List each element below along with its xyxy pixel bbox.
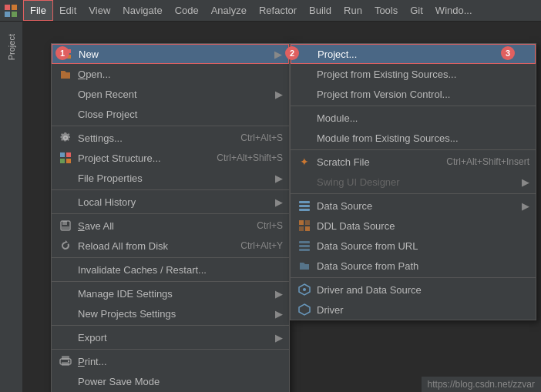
local-history-label: Local History: [78, 196, 272, 208]
new-submenu-item-project-vcs[interactable]: Project from Version Control...: [291, 84, 536, 104]
new-projects-settings-label: New Projects Settings: [78, 308, 272, 320]
menu-build[interactable]: Build: [303, 0, 338, 21]
menu-item-print[interactable]: Print...: [52, 351, 289, 371]
data-source-icon: [297, 198, 312, 213]
separator-1: [52, 126, 289, 126]
menu-item-file-properties[interactable]: File Properties ▶: [52, 168, 289, 188]
new-submenu-item-data-source-url[interactable]: Data Source from URL: [291, 236, 536, 256]
svg-rect-26: [305, 226, 310, 231]
settings-shortcut: Ctrl+Alt+S: [225, 132, 283, 143]
new-submenu-item-data-source-path[interactable]: Data Source from Path: [291, 256, 536, 276]
project-vcs-label: Project from Version Control...: [317, 89, 529, 100]
new-label: New: [79, 49, 271, 60]
module-label: Module...: [317, 112, 529, 124]
file-menu-dropdown: New ▶ Open... Open Recent ▶ Close Projec…: [51, 43, 290, 392]
content-area: New ▶ Open... Open Recent ▶ Close Projec…: [23, 22, 541, 392]
menu-item-export[interactable]: Export ▶: [52, 327, 289, 347]
project-structure-label: Project Structure...: [78, 152, 201, 164]
menu-window[interactable]: Windo...: [429, 0, 479, 21]
svg-rect-1: [12, 5, 17, 10]
menu-analyze[interactable]: Analyze: [205, 0, 253, 21]
project-structure-shortcut: Ctrl+Alt+Shift+S: [201, 152, 283, 163]
app-logo: [3, 3, 18, 18]
open-label: Open...: [78, 69, 283, 80]
separator-7: [52, 349, 289, 350]
module-existing-icon: [297, 130, 312, 146]
close-project-label: Close Project: [78, 109, 283, 120]
new-projects-settings-arrow: ▶: [275, 308, 283, 320]
new-submenu-item-module-existing[interactable]: Module from Existing Sources...: [291, 128, 536, 148]
new-submenu-item-module[interactable]: Module...: [291, 108, 536, 128]
new-submenu-item-swing: Swing UI Designer ▶: [291, 172, 536, 192]
svg-rect-9: [66, 152, 71, 157]
module-existing-label: Module from Existing Sources...: [317, 132, 529, 144]
project-icon: [297, 46, 313, 62]
driver-label: Driver: [317, 304, 529, 316]
menu-item-local-history[interactable]: Local History ▶: [52, 192, 289, 212]
file-properties-icon: [58, 170, 73, 186]
sidebar-tab-project[interactable]: Project: [4, 28, 19, 66]
menu-run[interactable]: Run: [338, 0, 368, 21]
separator-6: [52, 325, 289, 326]
menu-edit[interactable]: Edit: [53, 0, 82, 21]
svg-rect-3: [12, 12, 17, 17]
new-submenu-dropdown: Project... Project from Existing Sources…: [290, 43, 536, 320]
menu-bar: File Edit View Navigate Code Analyze Ref…: [0, 0, 541, 22]
menu-item-open[interactable]: Open...: [52, 64, 289, 84]
menu-tools[interactable]: Tools: [368, 0, 404, 21]
svg-marker-32: [299, 304, 310, 315]
svg-rect-22: [299, 209, 310, 211]
svg-rect-21: [299, 205, 310, 207]
module-icon: [297, 110, 312, 126]
menu-item-project-structure[interactable]: Project Structure... Ctrl+Alt+Shift+S: [52, 148, 289, 168]
step-badge-3: 3: [501, 46, 515, 60]
print-icon: [58, 353, 73, 369]
menu-item-new-projects-settings[interactable]: New Projects Settings ▶: [52, 303, 289, 323]
project-label: Project...: [318, 49, 529, 60]
svg-point-31: [303, 288, 306, 291]
separator-5: [52, 281, 289, 282]
new-submenu-item-driver-data-source[interactable]: Driver and Data Source: [291, 280, 536, 300]
new-submenu-item-scratch[interactable]: ✦ Scratch File Ctrl+Alt+Shift+Insert: [291, 152, 536, 172]
separator-2: [52, 189, 289, 190]
new-submenu-item-project-existing[interactable]: Project from Existing Sources...: [291, 64, 536, 84]
new-sep-1: [291, 106, 536, 106]
driver-data-source-icon: [297, 282, 312, 297]
new-submenu-item-project[interactable]: Project...: [291, 44, 536, 64]
menu-view[interactable]: View: [82, 0, 116, 21]
svg-rect-8: [60, 152, 65, 157]
menu-item-invalidate[interactable]: Invalidate Caches / Restart...: [52, 260, 289, 280]
manage-ide-arrow: ▶: [275, 288, 283, 300]
new-submenu-item-driver[interactable]: Driver: [291, 300, 536, 320]
svg-rect-23: [299, 220, 304, 225]
menu-item-power-save[interactable]: Power Save Mode: [52, 371, 289, 391]
project-structure-icon: [58, 150, 73, 166]
menu-git[interactable]: Git: [404, 0, 429, 21]
main-area: Project New ▶ Open...: [0, 22, 541, 392]
separator-4: [52, 257, 289, 258]
driver-icon: [297, 302, 312, 317]
swing-icon: [297, 174, 312, 189]
ddl-label: DDL Data Source: [317, 220, 529, 232]
menu-item-open-recent[interactable]: Open Recent ▶: [52, 84, 289, 104]
power-save-icon: [58, 374, 73, 389]
menu-item-settings[interactable]: Settings... Ctrl+Alt+S: [52, 128, 289, 148]
new-sep-3: [291, 193, 536, 194]
print-label: Print...: [78, 356, 283, 367]
svg-rect-13: [62, 221, 67, 225]
new-submenu-item-ddl[interactable]: DDL Data Source: [291, 216, 536, 236]
menu-file[interactable]: File: [23, 0, 53, 21]
menu-item-manage-ide[interactable]: Manage IDE Settings ▶: [52, 283, 289, 303]
menu-navigate[interactable]: Navigate: [116, 0, 168, 21]
menu-refactor[interactable]: Refactor: [253, 0, 303, 21]
menu-item-save-all[interactable]: Save All Ctrl+S: [52, 216, 289, 236]
menu-item-close-project[interactable]: Close Project: [52, 104, 289, 124]
menu-code[interactable]: Code: [169, 0, 205, 21]
data-source-label: Data Source: [317, 200, 519, 212]
open-icon: [58, 66, 73, 82]
file-properties-label: File Properties: [78, 173, 272, 184]
local-history-icon: [58, 194, 73, 209]
menu-item-reload[interactable]: Reload All from Disk Ctrl+Alt+Y: [52, 236, 289, 256]
new-submenu-item-data-source[interactable]: Data Source ▶: [291, 196, 536, 216]
menu-item-new[interactable]: New ▶: [52, 44, 289, 64]
